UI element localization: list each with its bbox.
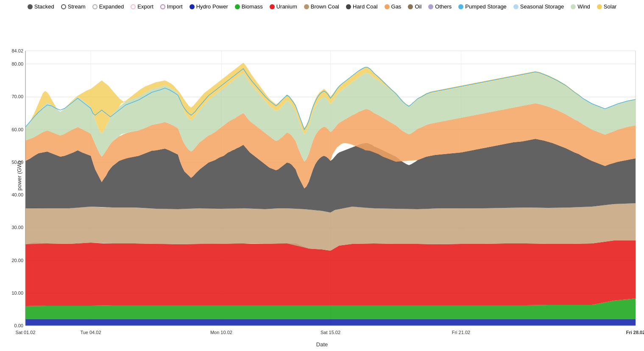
legend-oil[interactable]: Oil [408,3,421,10]
y-tick-40: 40.00 [11,192,23,197]
legend-label-export: Export [137,3,153,10]
stream-icon [61,4,66,9]
legend-hydro[interactable]: Hydro Power [190,3,228,10]
uranium-icon [270,4,275,9]
x-tick-tue0402: Tue 04.02 [80,330,101,335]
legend-label-brown-coal: Brown Coal [311,3,339,10]
x-tick-mon1002: Mon 10.02 [210,330,232,335]
legend-label-solar: Solar [604,3,616,10]
y-tick-20: 20.00 [11,258,23,263]
legend-stacked[interactable]: Stacked [28,3,54,10]
legend-pumped-storage[interactable]: Pumped Storage [458,3,507,10]
chart-area: 84.02 80.00 70.00 60.00 50.00 40.00 30.0… [25,51,636,326]
legend-biomass[interactable]: Biomass [235,3,263,10]
legend-label-others: Others [435,3,452,10]
chart-container: Stacked Stream Expanded Export Import Hy… [0,0,644,351]
legend-label-uranium: Uranium [276,3,297,10]
y-tick-30: 30.00 [11,225,23,230]
legend-import[interactable]: Import [160,3,183,10]
x-axis-label: Date [316,341,328,348]
legend-label-wind: Wind [577,3,590,10]
x-tick-sat1502: Sat 15.02 [321,330,340,335]
x-tick-fri2102: Fri 21.02 [452,330,470,335]
hard-coal-icon [346,4,351,9]
legend-label-stream: Stream [68,3,86,10]
y-tick-50: 50.00 [11,160,23,165]
legend-label-expanded: Expanded [99,3,124,10]
legend-label-pumped-storage: Pumped Storage [465,3,507,10]
biomass-icon [235,4,240,9]
legend-seasonal-storage[interactable]: Seasonal Storage [513,3,564,10]
legend-label-hard-coal: Hard Coal [353,3,378,10]
y-tick-80: 80.00 [11,61,23,66]
legend-label-gas: Gas [391,3,401,10]
legend-stream[interactable]: Stream [61,3,86,10]
legend-label-seasonal-storage: Seasonal Storage [520,3,564,10]
y-tick-70: 70.00 [11,94,23,99]
legend-label-import: Import [167,3,183,10]
legend-gas[interactable]: Gas [385,3,401,10]
legend-wind[interactable]: Wind [571,3,590,10]
legend-label-hydro: Hydro Power [196,3,228,10]
solar-icon [597,4,602,9]
y-tick-8402: 84.02 [11,48,23,53]
chart-svg [25,51,636,326]
y-axis-label: power (GW) [16,160,22,190]
legend-solar[interactable]: Solar [597,3,616,10]
pumped-storage-icon [458,4,463,9]
legend-others[interactable]: Others [428,3,452,10]
legend-export[interactable]: Export [131,3,153,10]
legend-label-biomass: Biomass [242,3,263,10]
legend-label-oil: Oil [415,3,421,10]
gas-icon [385,4,390,9]
y-tick-10: 10.00 [11,290,23,296]
others-icon [428,4,433,9]
x-tick-sat0102: Sat 01.02 [15,330,35,335]
x-tick-fri2802: Fri 28.02 [626,330,644,335]
stacked-icon [28,4,33,9]
legend-uranium[interactable]: Uranium [270,3,297,10]
y-tick-0: 0.00 [14,323,23,328]
hydro-icon [190,4,195,9]
y-tick-60: 60.00 [11,127,23,132]
legend-expanded[interactable]: Expanded [92,3,124,10]
legend-label-stacked: Stacked [34,3,54,10]
legend-brown-coal[interactable]: Brown Coal [304,3,339,10]
seasonal-storage-icon [513,4,519,9]
chart-legend: Stacked Stream Expanded Export Import Hy… [0,0,644,11]
legend-hard-coal[interactable]: Hard Coal [346,3,378,10]
expanded-icon [92,4,98,9]
hydro-area [25,319,636,326]
brown-coal-icon [304,4,309,9]
oil-icon [408,4,413,9]
export-icon [131,4,136,9]
import-icon [160,4,165,9]
wind-icon [571,4,576,9]
